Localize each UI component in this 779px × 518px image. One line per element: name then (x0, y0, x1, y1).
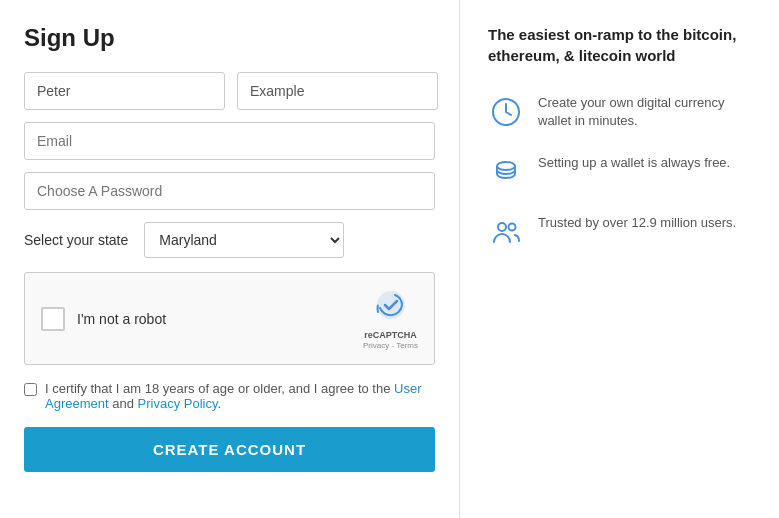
feature-text-wallet: Create your own digital currency wallet … (538, 94, 751, 130)
feature-list: Create your own digital currency wallet … (488, 94, 751, 250)
state-row: Select your state Maryland Alabama Alask… (24, 222, 435, 258)
state-select[interactable]: Maryland Alabama Alaska Arizona Californ… (144, 222, 344, 258)
captcha-widget[interactable]: I'm not a robot reCAPTCHA Privacy - Term… (24, 272, 435, 365)
tagline: The easiest on-ramp to the bitcoin, ethe… (488, 24, 751, 66)
page-title: Sign Up (24, 24, 435, 52)
captcha-checkbox[interactable] (41, 307, 65, 331)
password-input[interactable] (24, 172, 435, 210)
feature-item-users: Trusted by over 12.9 million users. (488, 214, 751, 250)
terms-text: I certify that I am 18 years of age or o… (45, 381, 435, 411)
clock-icon (488, 94, 524, 130)
name-row (24, 72, 435, 110)
terms-checkbox[interactable] (24, 383, 37, 396)
info-panel: The easiest on-ramp to the bitcoin, ethe… (460, 0, 779, 518)
users-icon (488, 214, 524, 250)
create-account-button[interactable]: CREATE ACCOUNT (24, 427, 435, 472)
state-label: Select your state (24, 232, 128, 248)
svg-point-1 (497, 162, 515, 170)
recaptcha-icon (373, 287, 409, 328)
svg-point-3 (509, 224, 516, 231)
feature-text-free: Setting up a wallet is always free. (538, 154, 730, 172)
recaptcha-links: Privacy - Terms (363, 341, 418, 350)
captcha-left: I'm not a robot (41, 307, 166, 331)
captcha-label: I'm not a robot (77, 311, 166, 327)
first-name-input[interactable] (24, 72, 225, 110)
recaptcha-brand: reCAPTCHA (364, 330, 417, 340)
last-name-input[interactable] (237, 72, 438, 110)
sign-up-form-panel: Sign Up Select your state Maryland Alaba… (0, 0, 460, 518)
captcha-right: reCAPTCHA Privacy - Terms (363, 287, 418, 350)
terms-row: I certify that I am 18 years of age or o… (24, 381, 435, 411)
coins-icon (488, 154, 524, 190)
privacy-policy-link[interactable]: Privacy Policy (138, 396, 218, 411)
email-input[interactable] (24, 122, 435, 160)
feature-item-wallet: Create your own digital currency wallet … (488, 94, 751, 130)
feature-item-free: Setting up a wallet is always free. (488, 154, 751, 190)
svg-point-2 (498, 223, 506, 231)
feature-text-users: Trusted by over 12.9 million users. (538, 214, 736, 232)
